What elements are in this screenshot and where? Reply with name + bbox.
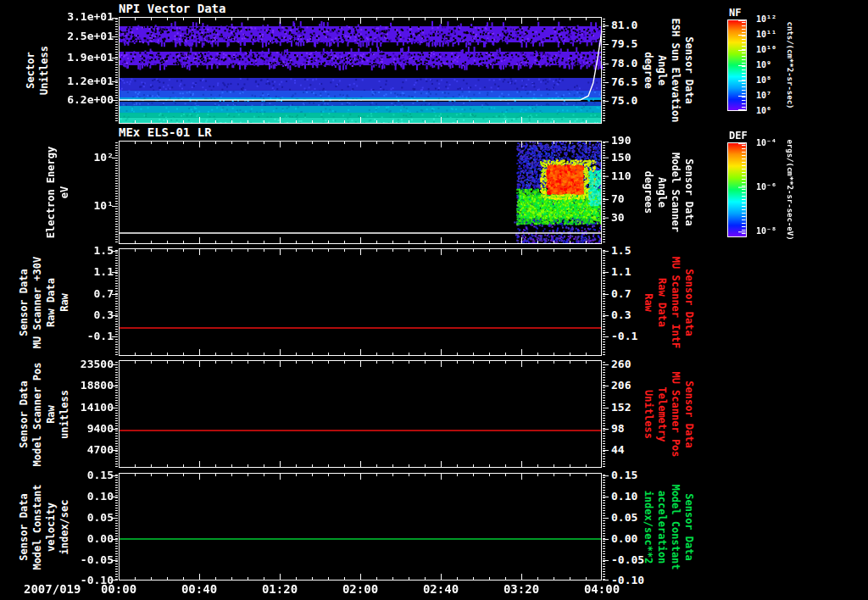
y-tick-label: 0.15 <box>47 469 114 481</box>
time-tick-label: 00:40 <box>170 582 229 596</box>
y-axis-left-ticks: 1.51.10.70.3-0.1 <box>47 248 114 356</box>
y-tick-label: 14100 <box>47 401 114 414</box>
panel-model-constant: Sensor Data Model Constant velocity inde… <box>0 473 868 581</box>
panel-scanner-pos: Sensor Data Model Scanner Pos Raw unitle… <box>0 360 868 468</box>
y-tick-label: 0.00 <box>611 532 637 545</box>
time-tick-label: 03:20 <box>492 582 551 596</box>
panel-title-npi: NPI Vector Data <box>119 2 225 15</box>
y-tick-label: 1.5 <box>611 244 631 257</box>
colorbar-tick-label: 10⁷ <box>756 91 771 100</box>
y-tick-label: 152 <box>611 401 631 414</box>
y-tick-label: 0.00 <box>47 532 114 545</box>
colorbar-def-gradient <box>727 142 753 237</box>
colorbar-def: DEF 10⁻⁴10⁻⁶10⁻⁸ ergs/(cm**2-sr-sec-eV) <box>727 130 863 244</box>
y-axis-left-ticks: 10²10¹ <box>47 141 114 244</box>
y-axis-left-ticks: 0.150.100.050.00-0.05-0.10 <box>47 473 114 581</box>
npi-spectrogram-canvas <box>112 17 609 124</box>
colorbar-tick-label: 10¹¹ <box>756 30 776 39</box>
colorbar-tick-label: 10⁶ <box>756 106 771 115</box>
y-tick-label: 2.5e+01 <box>47 30 114 42</box>
y-tick-label: -0.1 <box>611 330 637 342</box>
colorbar-nf-title: NF <box>729 7 741 19</box>
y-axis-right-label: Sensor Data MU Scanner IntF Raw Data Raw <box>642 256 696 347</box>
time-tick-label: 01:20 <box>250 582 309 596</box>
y-tick-label: 9400 <box>47 422 114 435</box>
y-tick-label: 70 <box>611 192 625 205</box>
panel-title-els: MEx ELS-01 LR <box>119 125 212 139</box>
y-tick-label: 10² <box>47 151 114 164</box>
colorbar-tick-label: 10⁻⁴ <box>756 138 776 147</box>
y-tick-label: 10¹ <box>47 199 114 212</box>
y-tick-label: 98 <box>611 422 625 435</box>
y-tick-label: -0.1 <box>47 330 114 342</box>
y-tick-label: 0.10 <box>611 490 637 503</box>
time-tick-label: 02:00 <box>331 582 390 596</box>
y-tick-label: 0.7 <box>47 287 114 300</box>
y-tick-label: 44 <box>611 443 625 456</box>
colorbar-tick-label: 10¹⁰ <box>756 45 776 54</box>
y-tick-label: 0.3 <box>611 308 631 321</box>
y-tick-label: 0.05 <box>47 511 114 524</box>
y-tick-label: 206 <box>611 379 631 392</box>
date-label: 2007/019 <box>24 582 81 596</box>
y-tick-label: 30 <box>611 211 625 224</box>
y-tick-label: 78.0 <box>611 57 637 69</box>
y-axis-right-label: Sensor Data MU Scanner Pos Telemetry Uni… <box>642 371 696 457</box>
colorbar-tick-label: 10⁸ <box>756 75 771 85</box>
y-tick-label: -0.05 <box>47 553 114 566</box>
y-axis-right-label: Sensor Data Model Constant acceleration … <box>642 484 696 569</box>
y-tick-label: 4700 <box>47 443 114 456</box>
y-axis-left-ticks: 23500188001410094004700 <box>47 360 114 468</box>
colorbar-tick-label: 10⁻⁸ <box>756 226 776 236</box>
colorbar-tick-label: 10⁻⁶ <box>756 182 776 192</box>
y-tick-label: 110 <box>611 169 631 182</box>
colorbar-nf: NF 10¹²10¹¹10¹⁰10⁹10⁸10⁷10⁶ cnts/(cm**2-… <box>727 7 863 117</box>
y-tick-label: 1.2e+01 <box>47 75 114 87</box>
y-tick-label: 0.3 <box>47 308 114 321</box>
colorbar-nf-gradient <box>727 19 753 111</box>
y-tick-label: 23500 <box>47 358 114 370</box>
time-tick-label: 02:40 <box>411 582 470 596</box>
y-tick-label: 0.15 <box>611 469 637 481</box>
y-tick-label: 0.7 <box>611 287 631 300</box>
time-tick-label: 04:00 <box>572 582 632 596</box>
y-tick-label: 190 <box>611 134 631 147</box>
panel-mu-scanner-30v: Sensor Data MU Scanner +30V Raw Data Raw… <box>0 248 868 356</box>
y-tick-label: 81.0 <box>611 19 637 31</box>
y-tick-label: 260 <box>611 358 631 370</box>
model-constant-line-canvas <box>112 473 609 581</box>
y-axis-right-label: Sensor Data ESH Sun Elevation Angle degr… <box>642 19 696 123</box>
y-tick-label: 76.5 <box>611 75 637 88</box>
y-tick-label: 0.10 <box>47 490 114 503</box>
mu-scanner-line-canvas <box>112 248 609 356</box>
colorbar-def-units: ergs/(cm**2-sr-sec-eV) <box>786 139 794 240</box>
y-tick-label: 6.2e+00 <box>47 93 114 106</box>
y-tick-label: 1.9e+01 <box>47 51 114 64</box>
y-tick-label: 18800 <box>47 379 114 392</box>
els-spectrogram-canvas <box>112 141 609 244</box>
y-tick-label: 1.5 <box>47 244 114 257</box>
y-tick-label: 3.1e+01 <box>47 10 114 23</box>
y-tick-label: -0.05 <box>611 553 644 566</box>
colorbar-tick-label: 10¹² <box>756 14 776 24</box>
y-axis-right-label: Sensor Data Model Scanner Angle degrees <box>642 153 696 232</box>
y-tick-label: 1.1 <box>611 265 631 278</box>
y-tick-label: 150 <box>611 151 631 164</box>
y-tick-label: 0.05 <box>611 511 637 524</box>
y-axis-left-ticks: 3.1e+012.5e+011.9e+011.2e+016.2e+00 <box>47 17 114 124</box>
y-tick-label: 79.5 <box>611 37 637 50</box>
scanner-pos-line-canvas <box>112 360 609 468</box>
plot-window: NPI Vector Data Sector Unitless 3.1e+012… <box>0 0 868 600</box>
colorbar-nf-units: cnts/(cm**2-sr-sec) <box>786 22 794 109</box>
colorbar-tick-label: 10⁹ <box>756 60 771 69</box>
colorbar-def-title: DEF <box>729 130 748 142</box>
y-tick-label: 75.0 <box>611 94 637 107</box>
time-tick-label: 00:00 <box>89 582 148 596</box>
time-axis: 2007/019 00:0000:4001:2002:0002:4003:200… <box>0 581 868 598</box>
y-tick-label: 1.1 <box>47 265 114 278</box>
